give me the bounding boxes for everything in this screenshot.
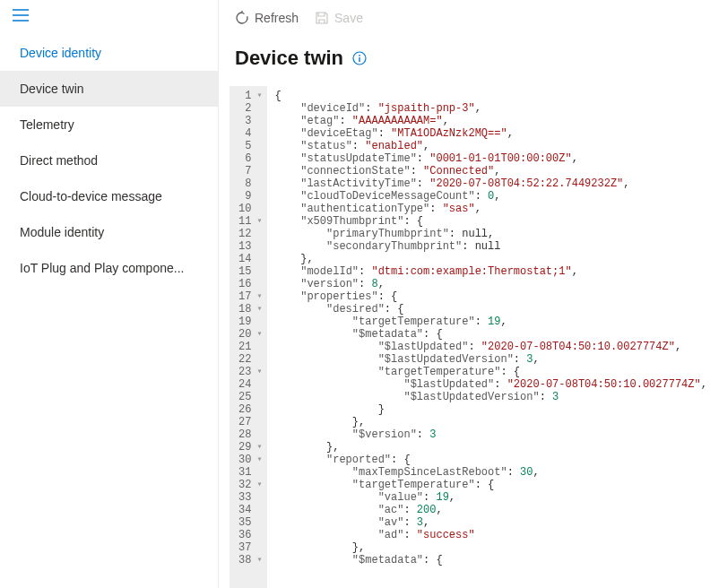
sidebar-item-3[interactable]: Direct method bbox=[0, 143, 218, 178]
sidebar-item-0[interactable]: Device identity bbox=[0, 35, 218, 71]
page-title: Device twin bbox=[235, 47, 343, 70]
sidebar-nav: Device identityDevice twinTelemetryDirec… bbox=[0, 30, 218, 286]
svg-point-1 bbox=[359, 55, 360, 56]
toolbar: Refresh Save bbox=[219, 0, 719, 34]
json-editor[interactable]: 1▾2 3 4 5 6 7 8 9 10 11▾12 13 14 15 16 1… bbox=[219, 86, 719, 588]
sidebar-item-5[interactable]: Module identity bbox=[0, 214, 218, 250]
main: Refresh Save Device twin 1▾2 3 4 5 6 7 8… bbox=[219, 0, 719, 588]
refresh-icon bbox=[235, 11, 249, 25]
editor-gutter: 1▾2 3 4 5 6 7 8 9 10 11▾12 13 14 15 16 1… bbox=[230, 86, 267, 588]
refresh-button[interactable]: Refresh bbox=[235, 11, 299, 25]
sidebar-item-1[interactable]: Device twin bbox=[0, 71, 218, 107]
page-title-row: Device twin bbox=[219, 34, 719, 86]
sidebar-item-4[interactable]: Cloud-to-device message bbox=[0, 178, 218, 214]
info-icon[interactable] bbox=[352, 51, 367, 65]
sidebar-item-6[interactable]: IoT Plug and Play compone... bbox=[0, 250, 218, 286]
save-label: Save bbox=[334, 11, 363, 25]
save-button: Save bbox=[315, 11, 363, 25]
refresh-label: Refresh bbox=[255, 11, 299, 25]
sidebar: Device identityDevice twinTelemetryDirec… bbox=[0, 0, 219, 588]
sidebar-item-2[interactable]: Telemetry bbox=[0, 107, 218, 143]
save-icon bbox=[315, 11, 329, 25]
hamburger-icon bbox=[13, 9, 29, 22]
hamburger-menu-button[interactable] bbox=[0, 0, 218, 30]
editor-code[interactable]: { "deviceId": "jspaith-pnp-3", "etag": "… bbox=[267, 86, 719, 588]
